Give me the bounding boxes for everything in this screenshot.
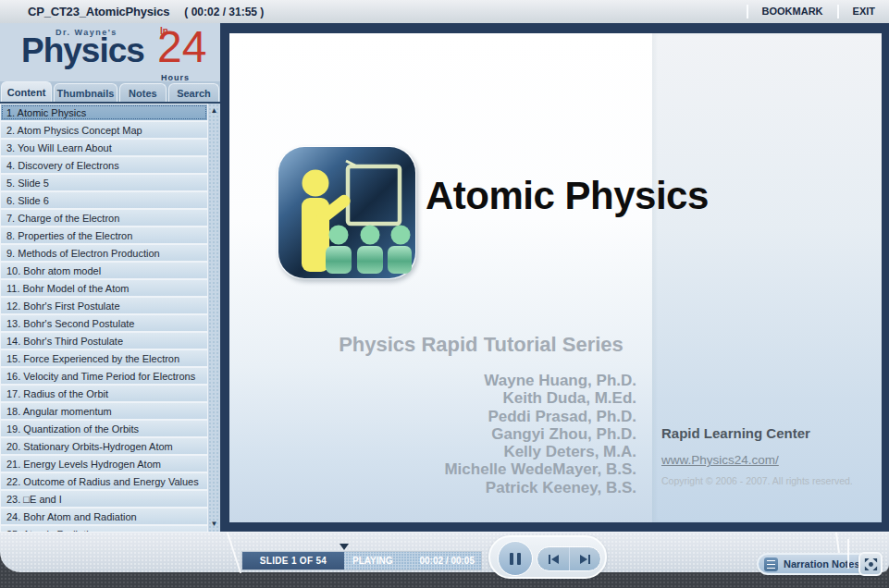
authors-list: Wayne Huang, Ph.D.Keith Duda, M.Ed.Peddi… [444,372,636,496]
toc-item[interactable]: 20. Stationary Orbits-Hydrogen Atom [1,438,207,454]
bookmark-button[interactable]: BOOKMARK [747,5,837,18]
toc-item[interactable]: 18. Angular momentum [1,403,207,419]
fullscreen-icon [863,557,879,572]
rapid-learning-panel: Rapid Learning Center www.Physics24.com/… [661,425,872,486]
toc-item[interactable]: 12. Bohr's First Postulate [1,298,207,313]
skip-previous-icon [549,555,550,564]
toc-item[interactable]: 21. Energy Levels Hydrogen Atom [1,456,207,472]
toc-item[interactable]: 1. Atomic Physics [1,104,207,120]
tab-content[interactable]: Content [1,81,52,102]
transport-controls [488,535,607,579]
exit-button[interactable]: EXIT [837,5,889,18]
toc-item[interactable]: 5. Slide 5 [1,175,207,190]
toc-item[interactable]: 17. Radius of the Orbit [1,386,207,401]
toc-item[interactable]: 7. Charge of the Electron [1,210,207,226]
logo-word-text: Physics [21,31,144,70]
toc-item[interactable]: 15. Force Experienced by the Electron [1,350,207,366]
toc-item[interactable]: 3. You Will Learn About [1,140,207,155]
next-slide-button[interactable] [569,547,600,570]
toc-item[interactable]: 4. Discovery of Electrons [1,157,207,173]
slide-time: 00:02 / 00:05 [412,556,475,566]
slide-stage: Atomic Physics Physics Rapid Tutorial Se… [220,23,889,532]
previous-slide-button[interactable] [537,547,569,570]
toc-item[interactable]: 23. □E and I [1,491,207,507]
slide-indicator: SLIDE 1 OF 54 [242,552,344,570]
slide-subtitle: Physics Rapid Tutorial Series [326,333,636,357]
playback-status: PLAYING [352,556,393,566]
toc-item[interactable]: 9. Methods of Electron Production [1,245,207,261]
course-player-window: CP_CT23_AtomicPhysics ( 00:02 / 31:55 ) … [0,0,889,588]
slide-title: Atomic Physics [426,174,709,218]
logo-in-text: In [160,26,168,36]
toc-item[interactable]: 6. Slide 6 [1,192,207,208]
logo-hours-text: Hours [161,73,190,81]
document-icon [764,557,778,571]
toc-item[interactable]: 19. Quantization of the Orbits [1,421,207,436]
panel-heading: Rapid Learning Center [661,425,872,441]
fullscreen-button[interactable] [858,552,883,576]
title-bar-actions: BOOKMARK EXIT [747,0,889,23]
toc-item[interactable]: 11. Bohr Model of the Atom [1,280,207,296]
slide-canvas: Atomic Physics Physics Rapid Tutorial Se… [229,33,882,522]
toc-item[interactable]: 13. Bohr's Second Postulate [1,315,207,331]
toc-item[interactable]: 14. Bohr's Third Postulate [1,333,207,349]
scroll-up-icon[interactable]: ▲ [208,104,220,116]
teacher-classroom-icon [278,146,416,279]
toc-item[interactable]: 22. Outcome of Radius and Energy Values [1,473,207,489]
brand-logo: Dr. Wayne's Physics 24 In Hours [0,23,220,81]
author-line: Patrick Keeney, B.S. [444,479,636,496]
scroll-down-icon[interactable]: ▼ [208,517,220,530]
skip-next-icon [588,555,590,564]
author-line: Kelly Deters, M.A. [444,443,636,460]
pause-icon [517,553,521,565]
panel-seam [227,533,241,573]
seek-buttons [537,546,601,571]
course-elapsed-time: ( 00:02 / 31:55 ) [184,6,264,18]
toc-item[interactable]: 8. Properties of the Electron [1,227,207,243]
toc-item[interactable]: 10. Bohr atom model [1,263,207,278]
progress-bar[interactable]: SLIDE 1 OF 54 PLAYING 00:02 / 00:05 [242,552,481,570]
narration-notes-button[interactable]: Narration Notes [757,553,874,575]
tab-bar: ContentThumbnailsNotesSearch [0,81,220,104]
pause-button[interactable] [498,541,533,576]
toc-scrollbar[interactable]: ▲ ▼ [208,104,220,532]
author-line: Wayne Huang, Ph.D. [444,372,636,389]
skip-next-icon [580,555,587,564]
author-line: Gangyi Zhou, Ph.D. [444,425,636,443]
toc-item[interactable]: 16. Velocity and Time Period for Electro… [1,368,207,384]
progress-remaining: PLAYING 00:02 / 00:05 [344,552,481,570]
tab-notes[interactable]: Notes [119,83,167,102]
author-line: Michelle WedeMayer, B.S. [444,460,636,478]
tab-thumbnails[interactable]: Thumbnails [54,83,117,102]
pause-icon [510,553,513,565]
sidebar: Dr. Wayne's Physics 24 In Hours ContentT… [0,23,220,532]
skip-previous-icon [551,555,559,564]
author-line: Peddi Prasad, Ph.D. [444,408,636,425]
toc-list: 1. Atomic Physics2. Atom Physics Concept… [0,104,208,532]
bar-divider [847,539,849,569]
toc-item[interactable]: 24. Bohr Atom and Radiation [1,508,207,524]
title-bar: CP_CT23_AtomicPhysics ( 00:02 / 31:55 ) … [0,0,889,23]
website-link[interactable]: www.Physics24.com/ [661,453,779,467]
playhead-marker-icon[interactable] [340,544,349,550]
course-title: CP_CT23_AtomicPhysics [28,5,169,18]
author-line: Keith Duda, M.Ed. [444,389,636,407]
player-bar: SLIDE 1 OF 54 PLAYING 00:02 / 00:05 [0,532,889,572]
tab-search[interactable]: Search [168,83,219,102]
copyright-text: Copyright © 2006 - 2007. All rights rese… [661,475,872,486]
toc-item[interactable]: 2. Atom Physics Concept Map [1,122,207,138]
